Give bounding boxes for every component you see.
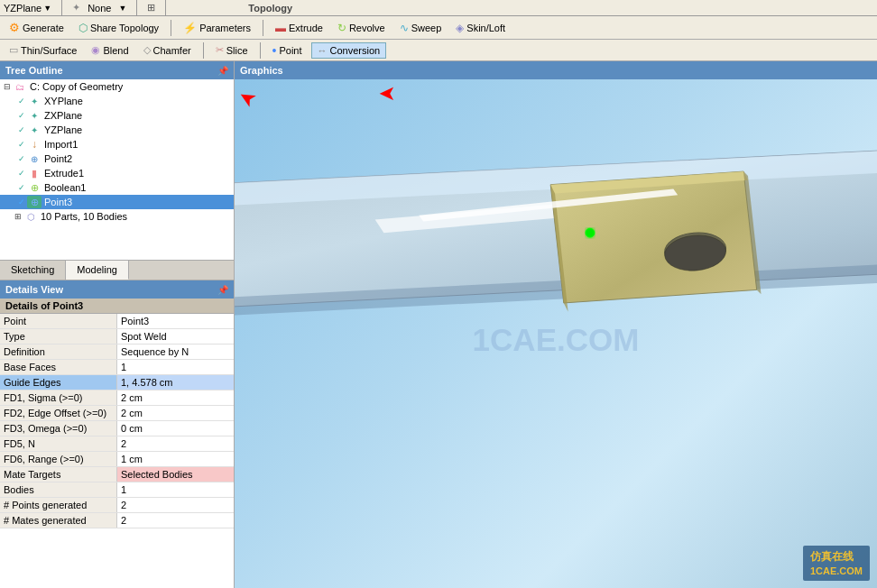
tree-outline-header: Tree Outline 📌 [0, 61, 234, 79]
extrude1-check: ✓ [18, 169, 25, 178]
tree-pin-icon[interactable]: 📌 [217, 66, 228, 76]
parts-expand-icon[interactable]: ⊞ [14, 212, 22, 221]
details-val-pointsgen[interactable]: 2 [117, 498, 234, 512]
tree-item-xyplane[interactable]: ✓ ✦ XYPlane [0, 94, 234, 108]
point-label: Point [279, 45, 301, 56]
generate-icon: ⚙ [9, 21, 20, 34]
details-row-pointsgen: # Points generated 2 [0, 498, 234, 513]
chamfer-button[interactable]: ◇ Chamfer [138, 42, 197, 58]
tree-item-extrude1[interactable]: ✓ ▮ Extrude1 [0, 166, 234, 180]
details-title: Details View [5, 284, 63, 295]
extrude1-label: Extrude1 [44, 168, 84, 179]
revolve-button[interactable]: ↻ Revolve [332, 20, 391, 36]
details-val-fd3[interactable]: 0 cm [117, 421, 234, 436]
toolbar-row1: ⚙ Generate ⬡ Share Topology ⚡ Parameters… [0, 16, 877, 40]
yzplane-check: ✓ [18, 125, 25, 134]
skinloft-icon: ◈ [456, 22, 464, 34]
plane-selector[interactable]: YZPlane ▼ [4, 3, 51, 14]
details-row-guideedges: Guide Edges 1, 4.578 cm [0, 375, 234, 390]
details-val-matetargets[interactable]: Selected Bodies [117, 467, 234, 482]
point2-label: Point2 [44, 153, 72, 164]
details-val-basefaces[interactable]: 1 [117, 360, 234, 374]
thin-icon: ▭ [9, 44, 18, 56]
skinloft-button[interactable]: ◈ Skin/Loft [450, 20, 511, 36]
details-val-guideedges[interactable]: 1, 4.578 cm [117, 375, 234, 390]
details-val-type[interactable]: Spot Weld [117, 329, 234, 344]
root-label: C: Copy of Geometry [30, 81, 123, 92]
tree-item-zxplane[interactable]: ✓ ✦ ZXPlane [0, 108, 234, 123]
scene-svg: 1CAE.COM [235, 79, 877, 588]
watermark-text: 1CAE.COM [473, 322, 640, 357]
import1-label: Import1 [44, 139, 78, 150]
details-row-type: Type Spot Weld [0, 329, 234, 345]
sweep-icon: ∿ [400, 22, 409, 34]
zxplane-icon: ✦ [27, 109, 42, 122]
tree-item-parts[interactable]: ⊞ ⬡ 10 Parts, 10 Bodies [0, 209, 234, 224]
parameters-label: Parameters [199, 23, 251, 33]
divider-6 [203, 42, 204, 59]
main-layout: Tree Outline 📌 ⊟ 🗂 C: Copy of Geometry ✓… [0, 61, 877, 588]
point3-check: ✓ [18, 198, 25, 207]
details-view: Details of Point3 Point Point3 Type Spot… [0, 299, 234, 588]
tree-item-point2[interactable]: ✓ ⊕ Point2 [0, 152, 234, 166]
details-section-label: Details of Point3 [5, 300, 83, 311]
details-pin-icon[interactable]: 📌 [217, 285, 228, 295]
details-val-fd6[interactable]: 1 cm [117, 452, 234, 466]
extrude-icon: ▬ [275, 22, 286, 34]
sweep-button[interactable]: ∿ Sweep [394, 20, 448, 36]
parameters-button[interactable]: ⚡ Parameters [178, 20, 256, 36]
details-label-type: Type [0, 329, 117, 344]
point-button[interactable]: • Point [267, 41, 308, 60]
extrude-button[interactable]: ▬ Extrude [270, 20, 328, 36]
snap-icon: ⊞ [147, 2, 155, 14]
generate-button[interactable]: ⚙ Generate [4, 19, 69, 36]
viewport[interactable]: 1CAE.COM [235, 79, 877, 588]
tree-item-point3[interactable]: ✓ ⊕ Point3 [0, 195, 234, 209]
logo-watermark: 仿真在线 1CAE.COM [803, 546, 870, 581]
thin-button[interactable]: ▭ Thin/Surface [4, 42, 82, 58]
details-val-definition[interactable]: Sequence by N [117, 345, 234, 359]
tab-sketching[interactable]: Sketching [0, 261, 66, 280]
details-val-point[interactable]: Point3 [117, 314, 234, 328]
tree-item-import1[interactable]: ✓ ↓ Import1 [0, 137, 234, 152]
details-val-fd2[interactable]: 2 cm [117, 406, 234, 420]
details-row-bodies: Bodies 1 [0, 482, 234, 498]
divider-3 [165, 0, 166, 16]
details-header: Details View 📌 [0, 280, 234, 299]
divider-7 [260, 42, 261, 59]
point2-check: ✓ [18, 154, 25, 163]
zxplane-check: ✓ [18, 111, 25, 120]
tree-item-root[interactable]: ⊟ 🗂 C: Copy of Geometry [0, 79, 234, 94]
none-selector[interactable]: None [88, 3, 111, 14]
details-label-fd6: FD6, Range (>=0) [0, 452, 117, 466]
logo-text: 仿真在线 [810, 550, 854, 563]
revolve-label: Revolve [349, 23, 385, 33]
divider-1 [61, 0, 62, 16]
yzplane-icon: ✦ [27, 124, 42, 136]
plane-dropdown-icon[interactable]: ▼ [43, 4, 51, 13]
none-dropdown-icon[interactable]: ▼ [118, 4, 126, 13]
root-expand-icon[interactable]: ⊟ [4, 82, 11, 91]
logo-url: 1CAE.COM [810, 565, 863, 576]
tab-modeling[interactable]: Modeling [66, 261, 129, 280]
yzplane-label: YZPlane [44, 124, 82, 135]
conversion-button[interactable]: ↔ Conversion [311, 42, 387, 59]
mode-tabs: Sketching Modeling [0, 260, 234, 280]
blend-button[interactable]: ◉ Blend [86, 42, 134, 58]
extrude1-icon: ▮ [27, 167, 42, 179]
tree-item-boolean1[interactable]: ✓ ⊕ Boolean1 [0, 180, 234, 195]
details-val-bodies[interactable]: 1 [117, 482, 234, 497]
details-val-matesgen[interactable]: 2 [117, 513, 234, 528]
generate-label: Generate [23, 23, 64, 33]
tab-sketching-label: Sketching [11, 264, 54, 275]
tree-item-yzplane[interactable]: ✓ ✦ YZPlane [0, 123, 234, 137]
graphics-panel: Graphics [235, 61, 877, 588]
parts-label: 10 Parts, 10 Bodies [41, 211, 127, 222]
share-topology-button[interactable]: ⬡ Share Topology [73, 20, 164, 36]
slice-button[interactable]: ✂ Slice [210, 42, 254, 58]
tree-outline: ⊟ 🗂 C: Copy of Geometry ✓ ✦ XYPlane ✓ ✦ … [0, 79, 234, 260]
details-val-fd5[interactable]: 2 [117, 436, 234, 451]
details-val-fd1[interactable]: 2 cm [117, 390, 234, 405]
chamfer-label: Chamfer [153, 45, 191, 56]
share-topology-label: Share Topology [90, 23, 159, 33]
